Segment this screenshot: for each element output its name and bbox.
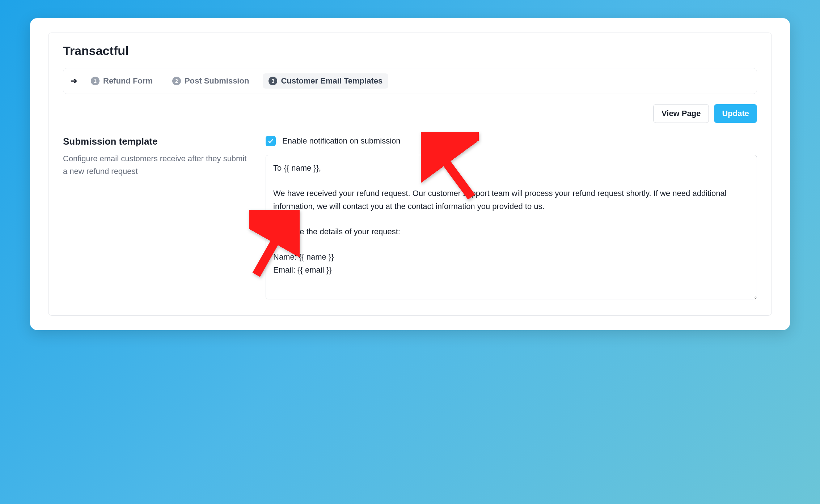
tab-label: Post Submission: [185, 76, 249, 86]
app-window: Transactful ➔ 1 Refund Form 2 Post Submi…: [30, 18, 790, 330]
tab-badge-1: 1: [91, 77, 100, 85]
arrow-right-icon: ➔: [71, 76, 77, 86]
check-icon: [267, 138, 274, 144]
actions-row: View Page Update: [63, 104, 757, 123]
main-section: Submission template Configure email cust…: [63, 136, 757, 315]
template-body-textarea[interactable]: [266, 155, 757, 299]
tab-post-submission[interactable]: 2 Post Submission: [166, 73, 255, 89]
enable-notification-row: Enable notification on submission: [266, 136, 757, 146]
section-description: Configure email customers receive after …: [63, 152, 251, 178]
section-content: Enable notification on submission: [266, 136, 757, 301]
tab-refund-form[interactable]: 1 Refund Form: [85, 73, 158, 89]
update-button[interactable]: Update: [714, 104, 757, 123]
enable-notification-checkbox[interactable]: [266, 136, 276, 146]
content-card: Transactful ➔ 1 Refund Form 2 Post Submi…: [48, 33, 772, 316]
enable-notification-label: Enable notification on submission: [282, 136, 401, 146]
view-page-button[interactable]: View Page: [653, 104, 709, 123]
tab-label: Customer Email Templates: [281, 76, 382, 86]
tab-customer-email-templates[interactable]: 3 Customer Email Templates: [263, 73, 388, 89]
tab-badge-3: 3: [269, 77, 277, 85]
tab-badge-2: 2: [172, 77, 181, 85]
app-title: Transactful: [63, 44, 757, 58]
tab-label: Refund Form: [103, 76, 153, 86]
section-title: Submission template: [63, 136, 251, 147]
tabs-bar: ➔ 1 Refund Form 2 Post Submission 3 Cust…: [63, 68, 757, 94]
section-info: Submission template Configure email cust…: [63, 136, 251, 301]
